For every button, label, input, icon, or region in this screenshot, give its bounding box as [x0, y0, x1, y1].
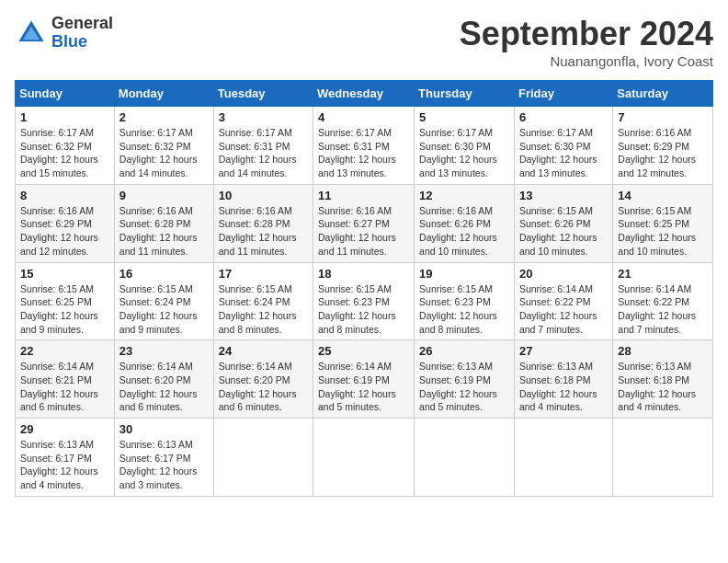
day-info: Sunrise: 6:14 AMSunset: 6:22 PMDaylight:…: [519, 282, 608, 337]
calendar-cell: 10Sunrise: 6:16 AMSunset: 6:28 PMDayligh…: [213, 184, 313, 262]
day-number: 3: [219, 110, 308, 124]
day-number: 1: [20, 110, 109, 124]
calendar-cell: 9Sunrise: 6:16 AMSunset: 6:28 PMDaylight…: [114, 184, 213, 262]
day-info: Sunrise: 6:13 AMSunset: 6:18 PMDaylight:…: [519, 360, 608, 414]
calendar-cell: 28Sunrise: 6:13 AMSunset: 6:18 PMDayligh…: [613, 340, 713, 419]
calendar-cell: 4Sunrise: 6:17 AMSunset: 6:31 PMDaylight…: [313, 107, 415, 185]
day-info: Sunrise: 6:17 AMSunset: 6:31 PMDaylight:…: [318, 126, 409, 180]
page-header: General Blue September 2024 Nuanangonfla…: [15, 15, 713, 69]
calendar-cell: 19Sunrise: 6:15 AMSunset: 6:23 PMDayligh…: [415, 262, 515, 340]
calendar-cell: 25Sunrise: 6:14 AMSunset: 6:19 PMDayligh…: [313, 340, 415, 419]
calendar-cell: 30Sunrise: 6:13 AMSunset: 6:17 PMDayligh…: [114, 419, 213, 497]
day-info: Sunrise: 6:14 AMSunset: 6:21 PMDaylight:…: [20, 360, 109, 414]
day-number: 27: [519, 344, 608, 358]
calendar-cell: 11Sunrise: 6:16 AMSunset: 6:27 PMDayligh…: [313, 184, 415, 262]
calendar-week-row: 15Sunrise: 6:15 AMSunset: 6:25 PMDayligh…: [16, 262, 713, 340]
day-info: Sunrise: 6:16 AMSunset: 6:29 PMDaylight:…: [618, 126, 708, 180]
day-number: 28: [618, 344, 708, 358]
day-number: 19: [419, 267, 509, 281]
title-section: September 2024 Nuanangonfla, Ivory Coast: [460, 15, 713, 69]
calendar-cell: 8Sunrise: 6:16 AMSunset: 6:29 PMDaylight…: [16, 184, 115, 262]
calendar-cell: 16Sunrise: 6:15 AMSunset: 6:24 PMDayligh…: [114, 262, 213, 340]
day-number: 12: [419, 189, 509, 202]
calendar-cell: 5Sunrise: 6:17 AMSunset: 6:30 PMDaylight…: [415, 107, 515, 185]
calendar-week-row: 1Sunrise: 6:17 AMSunset: 6:32 PMDaylight…: [16, 107, 713, 185]
location: Nuanangonfla, Ivory Coast: [460, 53, 713, 69]
day-info: Sunrise: 6:17 AMSunset: 6:31 PMDaylight:…: [219, 126, 308, 180]
day-info: Sunrise: 6:17 AMSunset: 6:30 PMDaylight:…: [519, 126, 608, 180]
calendar-cell: 1Sunrise: 6:17 AMSunset: 6:32 PMDaylight…: [16, 107, 115, 185]
calendar-cell: 17Sunrise: 6:15 AMSunset: 6:24 PMDayligh…: [213, 262, 313, 340]
day-info: Sunrise: 6:15 AMSunset: 6:23 PMDaylight:…: [419, 282, 509, 337]
calendar-header-wednesday: Wednesday: [313, 81, 415, 107]
calendar-header-row: SundayMondayTuesdayWednesdayThursdayFrid…: [16, 81, 713, 107]
day-number: 7: [618, 110, 708, 124]
calendar-cell: 27Sunrise: 6:13 AMSunset: 6:18 PMDayligh…: [514, 340, 612, 419]
day-number: 2: [119, 110, 209, 124]
logo-text: General Blue: [51, 15, 113, 52]
calendar-cell: [213, 419, 313, 497]
day-info: Sunrise: 6:15 AMSunset: 6:24 PMDaylight:…: [119, 282, 209, 337]
day-number: 13: [519, 189, 608, 202]
logo-blue: Blue: [51, 33, 113, 52]
calendar-cell: [415, 419, 515, 497]
calendar-cell: 20Sunrise: 6:14 AMSunset: 6:22 PMDayligh…: [514, 262, 612, 340]
calendar-cell: [514, 419, 612, 497]
day-info: Sunrise: 6:15 AMSunset: 6:25 PMDaylight:…: [20, 282, 109, 337]
calendar-cell: 12Sunrise: 6:16 AMSunset: 6:26 PMDayligh…: [415, 184, 515, 262]
day-number: 21: [618, 267, 708, 281]
day-info: Sunrise: 6:15 AMSunset: 6:23 PMDaylight:…: [318, 282, 409, 337]
day-number: 18: [318, 267, 409, 281]
calendar-cell: 18Sunrise: 6:15 AMSunset: 6:23 PMDayligh…: [313, 262, 415, 340]
day-number: 11: [318, 189, 409, 202]
calendar-cell: 6Sunrise: 6:17 AMSunset: 6:30 PMDaylight…: [514, 107, 612, 185]
day-number: 23: [119, 344, 209, 358]
day-number: 14: [618, 189, 708, 202]
calendar-header-saturday: Saturday: [613, 81, 713, 107]
day-number: 24: [219, 344, 308, 358]
day-info: Sunrise: 6:15 AMSunset: 6:24 PMDaylight:…: [219, 282, 308, 337]
day-number: 17: [219, 267, 308, 281]
month-title: September 2024: [460, 15, 713, 53]
day-info: Sunrise: 6:17 AMSunset: 6:30 PMDaylight:…: [419, 126, 509, 180]
calendar-cell: 26Sunrise: 6:13 AMSunset: 6:19 PMDayligh…: [415, 340, 515, 419]
day-number: 20: [519, 267, 608, 281]
day-info: Sunrise: 6:15 AMSunset: 6:26 PMDaylight:…: [519, 204, 608, 259]
day-number: 15: [20, 267, 109, 281]
day-number: 22: [20, 344, 109, 358]
calendar-cell: 14Sunrise: 6:15 AMSunset: 6:25 PMDayligh…: [613, 184, 713, 262]
day-number: 9: [119, 189, 209, 202]
day-info: Sunrise: 6:15 AMSunset: 6:25 PMDaylight:…: [618, 204, 708, 259]
day-info: Sunrise: 6:13 AMSunset: 6:18 PMDaylight:…: [618, 360, 708, 414]
calendar-header-monday: Monday: [114, 81, 213, 107]
calendar-header-thursday: Thursday: [415, 81, 515, 107]
calendar-week-row: 8Sunrise: 6:16 AMSunset: 6:29 PMDaylight…: [16, 184, 713, 262]
day-info: Sunrise: 6:16 AMSunset: 6:27 PMDaylight:…: [318, 204, 409, 259]
logo-icon: [15, 17, 48, 50]
day-number: 10: [219, 189, 308, 202]
calendar-cell: [313, 419, 415, 497]
calendar-cell: 29Sunrise: 6:13 AMSunset: 6:17 PMDayligh…: [16, 419, 115, 497]
calendar-cell: 23Sunrise: 6:14 AMSunset: 6:20 PMDayligh…: [114, 340, 213, 419]
calendar-cell: 13Sunrise: 6:15 AMSunset: 6:26 PMDayligh…: [514, 184, 612, 262]
day-info: Sunrise: 6:16 AMSunset: 6:28 PMDaylight:…: [219, 204, 308, 259]
day-number: 29: [20, 422, 109, 436]
calendar-header-tuesday: Tuesday: [213, 81, 313, 107]
calendar-cell: 22Sunrise: 6:14 AMSunset: 6:21 PMDayligh…: [16, 340, 115, 419]
day-info: Sunrise: 6:17 AMSunset: 6:32 PMDaylight:…: [119, 126, 209, 180]
day-info: Sunrise: 6:14 AMSunset: 6:19 PMDaylight:…: [318, 360, 409, 414]
day-info: Sunrise: 6:16 AMSunset: 6:29 PMDaylight:…: [20, 204, 109, 259]
day-info: Sunrise: 6:17 AMSunset: 6:32 PMDaylight:…: [20, 126, 109, 180]
calendar-week-row: 29Sunrise: 6:13 AMSunset: 6:17 PMDayligh…: [16, 419, 713, 497]
day-number: 8: [20, 189, 109, 202]
calendar-table: SundayMondayTuesdayWednesdayThursdayFrid…: [15, 80, 713, 497]
day-info: Sunrise: 6:14 AMSunset: 6:20 PMDaylight:…: [219, 360, 308, 414]
calendar-cell: 24Sunrise: 6:14 AMSunset: 6:20 PMDayligh…: [213, 340, 313, 419]
calendar-week-row: 22Sunrise: 6:14 AMSunset: 6:21 PMDayligh…: [16, 340, 713, 419]
day-number: 5: [419, 110, 509, 124]
day-info: Sunrise: 6:16 AMSunset: 6:26 PMDaylight:…: [419, 204, 509, 259]
calendar-header-sunday: Sunday: [16, 81, 115, 107]
logo-general: General: [51, 15, 113, 33]
day-info: Sunrise: 6:14 AMSunset: 6:22 PMDaylight:…: [618, 282, 708, 337]
day-info: Sunrise: 6:13 AMSunset: 6:17 PMDaylight:…: [20, 438, 109, 492]
